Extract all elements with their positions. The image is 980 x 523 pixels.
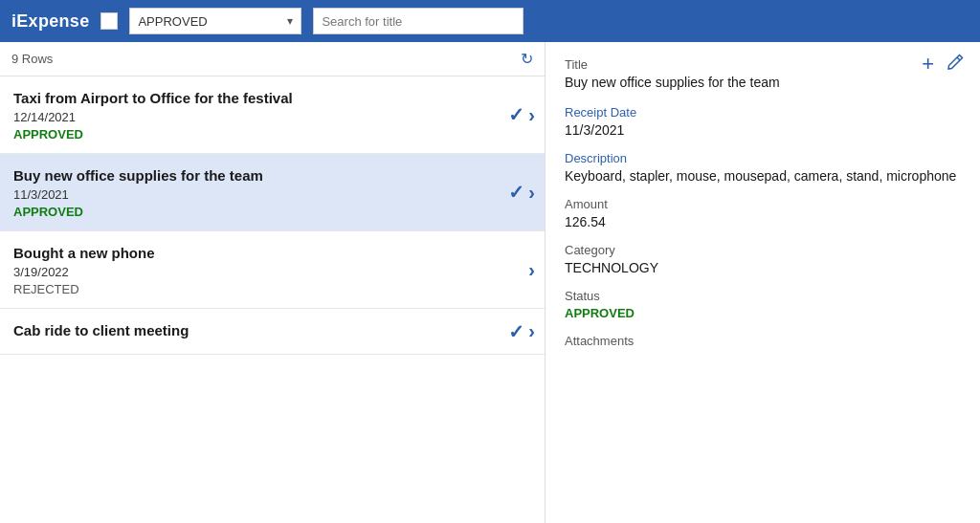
detail-receipt-date-field: Receipt Date 11/3/2021: [565, 105, 961, 138]
chevron-right-icon[interactable]: ›: [528, 259, 535, 281]
description-value: Keyboard, stapler, mouse, mousepad, came…: [565, 168, 961, 184]
dropdown-value: APPROVED: [138, 14, 281, 29]
item-title: Bought a new phone: [13, 245, 531, 261]
app-title: iExpense: [11, 11, 89, 32]
item-date: 12/14/2021: [13, 110, 531, 124]
amount-value: 126.54: [565, 214, 961, 229]
list-item[interactable]: Taxi from Airport to Office for the fest…: [0, 76, 545, 154]
item-actions: ›: [528, 259, 535, 281]
chevron-right-icon[interactable]: ›: [528, 320, 535, 342]
svg-line-0: [957, 57, 960, 60]
detail-category-field: Category TECHNOLOGY: [565, 243, 961, 275]
status-label: Status: [565, 289, 961, 303]
chevron-down-icon: ▾: [287, 14, 293, 28]
item-title: Buy new office supplies for the team: [13, 167, 531, 184]
status-dropdown[interactable]: APPROVED ▾: [129, 8, 301, 34]
item-date: 3/19/2022: [13, 265, 531, 279]
chevron-right-icon[interactable]: ›: [528, 104, 535, 126]
status-value: APPROVED: [565, 306, 961, 320]
category-value: TECHNOLOGY: [565, 260, 961, 275]
rows-bar: 9 Rows ↻: [0, 42, 545, 76]
chevron-right-icon[interactable]: ›: [528, 182, 535, 204]
detail-title-field: Title Buy new office supplies for the te…: [565, 57, 961, 90]
search-input[interactable]: [322, 14, 515, 29]
main-content: 9 Rows ↻ Taxi from Airport to Office for…: [0, 42, 980, 523]
header-checkbox[interactable]: [100, 12, 118, 30]
top-actions: +: [922, 52, 965, 76]
list-item[interactable]: Buy new office supplies for the team 11/…: [0, 154, 545, 231]
title-label: Title: [565, 57, 961, 72]
item-status: REJECTED: [13, 282, 531, 296]
category-label: Category: [565, 243, 961, 257]
edit-button[interactable]: [946, 53, 965, 76]
item-actions: ✓ ›: [508, 320, 535, 343]
add-button[interactable]: +: [922, 52, 934, 76]
item-date: 11/3/2021: [13, 187, 531, 202]
detail-description-field: Description Keyboard, stapler, mouse, mo…: [565, 151, 961, 184]
check-icon: ✓: [508, 103, 524, 126]
app-header: iExpense APPROVED ▾: [0, 0, 980, 42]
detail-status-field: Status APPROVED: [565, 289, 961, 320]
list-panel: 9 Rows ↻ Taxi from Airport to Office for…: [0, 42, 546, 523]
description-label: Description: [565, 151, 961, 165]
list-item[interactable]: Cab ride to client meeting ✓ ›: [0, 309, 545, 355]
receipt-date-label: Receipt Date: [565, 105, 961, 120]
item-actions: ✓ ›: [508, 181, 535, 204]
item-actions: ✓ ›: [508, 103, 535, 126]
rows-count: 9 Rows: [11, 52, 513, 66]
list-item[interactable]: Bought a new phone 3/19/2022 REJECTED ›: [0, 231, 545, 309]
check-icon: ✓: [508, 181, 524, 204]
item-title: Taxi from Airport to Office for the fest…: [13, 90, 531, 106]
detail-attachments-field: Attachments: [565, 334, 961, 348]
item-status: APPROVED: [13, 127, 531, 142]
search-box[interactable]: [313, 8, 523, 34]
item-status: APPROVED: [13, 205, 531, 219]
expense-list: Taxi from Airport to Office for the fest…: [0, 76, 545, 523]
detail-panel: + Title Buy new office supplies for the …: [546, 42, 980, 523]
refresh-icon[interactable]: ↻: [521, 50, 533, 68]
attachments-label: Attachments: [565, 334, 961, 348]
amount-label: Amount: [565, 197, 961, 211]
item-title: Cab ride to client meeting: [13, 322, 531, 338]
check-icon: ✓: [508, 320, 524, 343]
receipt-date-value: 11/3/2021: [565, 122, 961, 138]
detail-amount-field: Amount 126.54: [565, 197, 961, 229]
title-value: Buy new office supplies for the team: [565, 75, 961, 90]
